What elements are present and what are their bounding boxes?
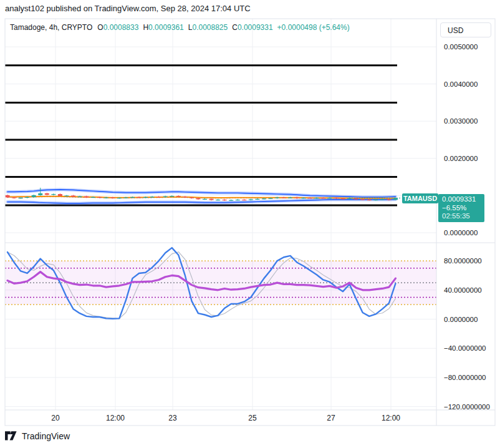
- candle-body: [190, 197, 194, 198]
- candle-body: [275, 197, 279, 198]
- publish-header: analyst102 published on TradingView.com,…: [5, 4, 251, 13]
- candle-body: [373, 200, 378, 200]
- legend-ohlc-pair: H0.0009361: [143, 23, 183, 32]
- candle-body: [236, 200, 240, 200]
- indicator-tick-label: 40.0000000: [444, 286, 482, 294]
- candle-body: [130, 197, 135, 198]
- candle-body: [170, 196, 174, 197]
- price-tick-label: 0.0050000: [444, 43, 478, 51]
- price-tick-label: 0.0030000: [444, 117, 478, 125]
- legend-symbol-title: Tamadoge, 4h, CRYPTO: [10, 23, 92, 32]
- candle-body: [176, 196, 181, 197]
- candle-body: [84, 197, 89, 198]
- candle-body: [78, 197, 82, 197]
- candle-body: [163, 197, 168, 197]
- candle-body: [12, 197, 16, 198]
- candle-body: [249, 199, 253, 200]
- chart-legend[interactable]: Tamadoge, 4h, CRYPTO O0.0008833H0.000936…: [10, 23, 350, 32]
- indicator-tick-label: −80.0000000: [444, 374, 486, 381]
- candle-body: [64, 195, 69, 196]
- candle-body: [308, 198, 312, 198]
- candle-body: [288, 197, 292, 198]
- candle-body: [32, 195, 36, 197]
- tradingview-logo-icon: [5, 431, 17, 441]
- candle-body: [387, 199, 391, 200]
- candle-body: [314, 198, 319, 198]
- candle-body: [242, 200, 246, 200]
- candle-body: [321, 198, 325, 198]
- candle-body: [38, 193, 42, 195]
- indicator-tick-label: 80.0000000: [444, 257, 482, 265]
- candle-body: [97, 197, 102, 198]
- last-price-badge: 0.0009331 −6.55% 02:55:35: [438, 194, 484, 222]
- time-tick-label: 23: [168, 414, 177, 422]
- legend-ohlc-pair: O0.0008833: [97, 23, 138, 32]
- footer-brand[interactable]: TradingView: [5, 431, 70, 441]
- indicator-tick-label: −40.0000000: [444, 344, 486, 352]
- candle-body: [183, 197, 187, 197]
- candle-body: [19, 198, 23, 198]
- candle-body: [269, 198, 273, 199]
- legend-ohlc-pair: C0.0009331: [232, 23, 272, 32]
- candle-body: [104, 197, 108, 198]
- candle-body: [45, 193, 49, 195]
- price-tick-label: 0.0040000: [444, 80, 478, 88]
- candle-body: [380, 199, 385, 200]
- badge-change: −6.55%: [442, 204, 484, 213]
- candle-body: [295, 197, 299, 198]
- candle-body: [229, 200, 233, 201]
- time-tick-label: 25: [248, 414, 257, 422]
- badge-countdown: 02:55:35: [442, 212, 484, 221]
- candle-body: [196, 198, 200, 200]
- currency-toggle-button[interactable]: USD: [440, 22, 491, 37]
- price-tick-label: 0.0000000: [444, 229, 478, 236]
- candle-body: [327, 198, 332, 198]
- candle-body: [203, 199, 207, 200]
- candle-body: [71, 195, 75, 197]
- candle-body: [209, 199, 214, 200]
- indicator-tick-label: 0.0000000: [444, 316, 478, 323]
- price-tick-label: 0.0020000: [444, 155, 478, 162]
- time-tick-label: 20: [51, 414, 60, 422]
- candle-body: [341, 198, 345, 199]
- price-line-symbol-label: TAMAUSD: [402, 193, 438, 203]
- candle-body: [334, 198, 339, 198]
- candle-body: [360, 199, 365, 200]
- chart-frame-border: [5, 19, 495, 426]
- indicator-tick-label: −120.0000000: [444, 403, 490, 411]
- candle-body: [282, 197, 286, 198]
- legend-change: +0.0000498 (+5.64%): [277, 23, 350, 32]
- candle-body: [262, 198, 266, 199]
- candle-body: [255, 199, 259, 200]
- candle-body: [123, 197, 128, 198]
- footer-brand-text: TradingView: [22, 431, 70, 441]
- candle-body: [91, 197, 95, 198]
- time-tick-label: 12:00: [106, 414, 125, 422]
- legend-ohlc-values: O0.0008833H0.0009361L0.0008825C0.0009331…: [97, 23, 349, 32]
- chart-canvas[interactable]: 0.00500000.00400000.00300000.00200000.00…: [0, 0, 500, 448]
- candle-body: [110, 197, 115, 198]
- candle-body: [150, 197, 155, 197]
- candle-body: [301, 198, 305, 198]
- candle-body: [367, 200, 372, 200]
- candle-body: [156, 197, 161, 197]
- candle-body: [143, 197, 148, 198]
- time-tick-label: 27: [327, 414, 335, 422]
- candle-body: [137, 197, 142, 198]
- candle-body: [51, 194, 55, 195]
- badge-price: 0.0009331: [442, 195, 484, 204]
- legend-ohlc-pair: L0.0008825: [188, 23, 228, 32]
- candle-body: [6, 195, 10, 198]
- candle-body: [117, 198, 122, 198]
- candle-body: [58, 194, 62, 196]
- candle-body: [216, 200, 220, 200]
- candle-body: [223, 200, 227, 200]
- time-tick-label: 12:00: [382, 414, 400, 422]
- candle-body: [25, 197, 29, 198]
